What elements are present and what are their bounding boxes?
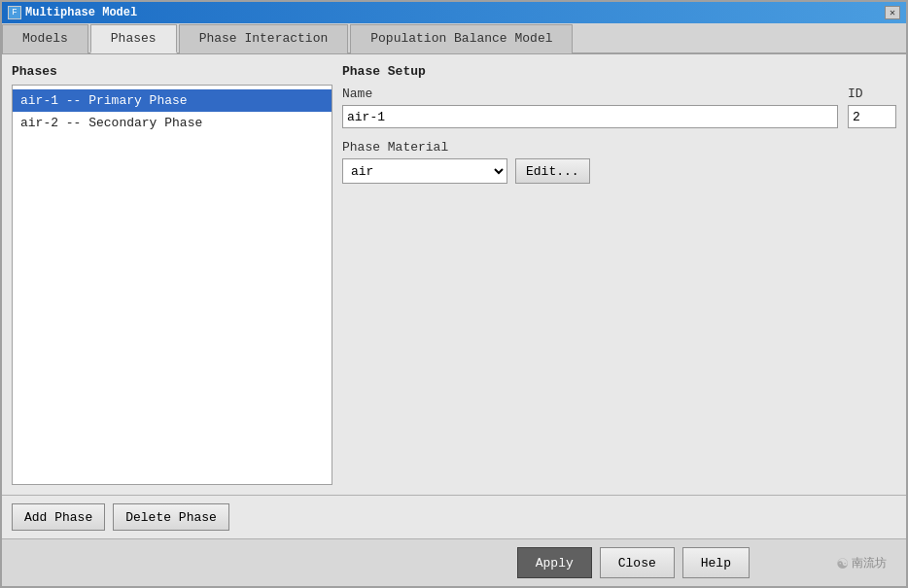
phases-panel-title: Phases <box>12 64 332 79</box>
footer: Apply Close Help ☯ 南流坊 <box>2 538 906 586</box>
add-phase-button[interactable]: Add Phase <box>12 503 105 531</box>
help-button[interactable]: Help <box>682 547 750 578</box>
phase-setup-title: Phase Setup <box>342 64 896 79</box>
window-icon: F <box>8 6 21 19</box>
material-select[interactable]: air water <box>342 158 507 184</box>
name-section: Name <box>342 86 838 128</box>
material-row: air water Edit... <box>342 158 896 184</box>
name-id-row: Name ID <box>342 86 896 128</box>
close-icon[interactable]: ✕ <box>885 6 900 19</box>
title-bar-left: F Multiphase Model <box>8 6 137 19</box>
phase-item-1[interactable]: air-2 -- Secondary Phase <box>13 112 332 134</box>
title-bar: F Multiphase Model ✕ <box>2 2 906 23</box>
footer-buttons: Apply Close Help <box>430 547 838 578</box>
phases-list[interactable]: air-1 -- Primary Phase air-2 -- Secondar… <box>12 85 332 485</box>
material-label: Phase Material <box>342 140 896 155</box>
id-input[interactable] <box>848 105 896 128</box>
name-input[interactable] <box>342 105 838 128</box>
id-label: ID <box>848 86 863 101</box>
content-area: Phases air-1 -- Primary Phase air-2 -- S… <box>2 54 906 495</box>
tab-models[interactable]: Models <box>2 24 88 53</box>
edit-button[interactable]: Edit... <box>515 158 590 184</box>
tab-phase-interaction[interactable]: Phase Interaction <box>179 24 349 53</box>
tab-phases[interactable]: Phases <box>90 24 177 53</box>
tabs-bar: Models Phases Phase Interaction Populati… <box>2 23 906 54</box>
close-button[interactable]: Close <box>600 547 675 578</box>
left-panel: Phases air-1 -- Primary Phase air-2 -- S… <box>12 64 332 485</box>
bottom-buttons: Add Phase Delete Phase <box>2 495 906 538</box>
tab-population-balance[interactable]: Population Balance Model <box>350 24 573 53</box>
window-title: Multiphase Model <box>25 6 137 19</box>
name-label: Name <box>342 86 838 101</box>
id-section: ID <box>848 86 896 128</box>
apply-button[interactable]: Apply <box>517 547 592 578</box>
phase-item-0[interactable]: air-1 -- Primary Phase <box>13 89 332 112</box>
right-panel: Phase Setup Name ID Phase Material air w… <box>342 64 896 485</box>
watermark: ☯ 南流坊 <box>837 552 887 573</box>
watermark-text: 南流坊 <box>852 555 887 571</box>
main-window: F Multiphase Model ✕ Models Phases Phase… <box>0 0 908 588</box>
delete-phase-button[interactable]: Delete Phase <box>113 503 229 531</box>
watermark-icon: ☯ <box>837 552 848 573</box>
